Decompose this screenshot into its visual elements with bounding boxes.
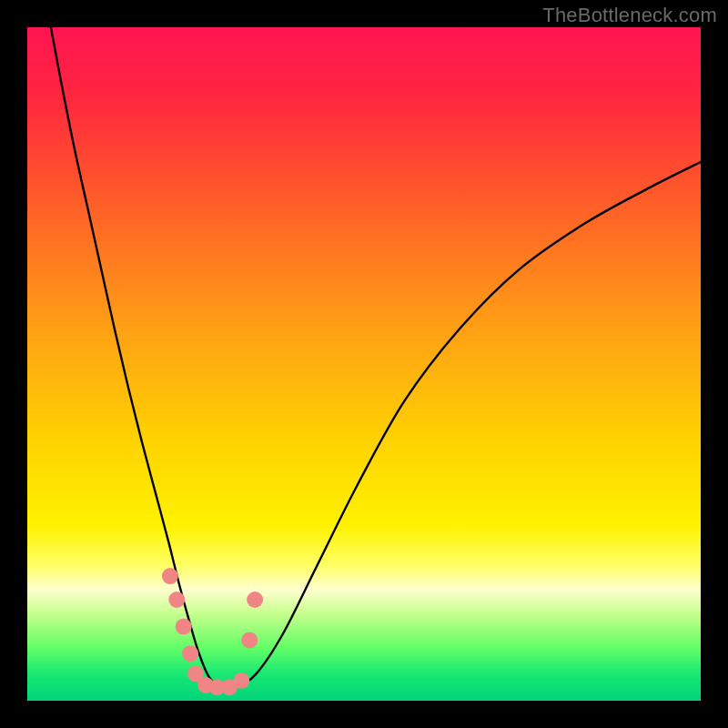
marker-point — [241, 632, 258, 648]
marker-point — [162, 568, 178, 584]
marker-point — [247, 592, 263, 608]
marker-point — [168, 592, 185, 608]
marker-point — [233, 672, 249, 689]
marker-point — [176, 619, 192, 635]
bottleneck-chart — [0, 0, 728, 728]
chart-frame: TheBottleneck.com — [0, 0, 728, 728]
watermark-text: TheBottleneck.com — [542, 4, 717, 27]
marker-point — [182, 645, 198, 662]
plot-background — [27, 27, 701, 701]
